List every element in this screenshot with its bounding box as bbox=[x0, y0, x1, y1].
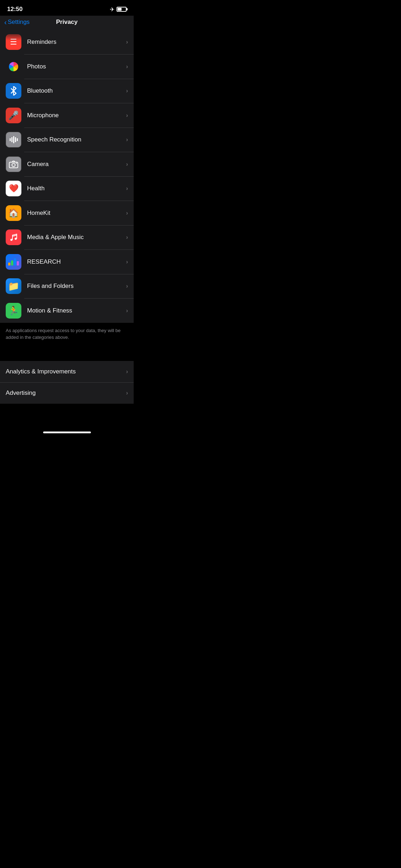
list-item-reminders[interactable]: ☰ Reminders › bbox=[0, 30, 134, 54]
privacy-list-section: ☰ Reminders › Photos › Bluetooth › 🎤 Mic… bbox=[0, 30, 134, 323]
music-note-icon bbox=[9, 233, 18, 242]
advertising-chevron-icon: › bbox=[126, 390, 128, 396]
status-bar: 12:50 ✈ bbox=[0, 0, 134, 16]
speech-label: Speech Recognition bbox=[27, 136, 126, 143]
bottom-spacer bbox=[0, 404, 134, 425]
list-item-bluetooth[interactable]: Bluetooth › bbox=[0, 79, 134, 103]
files-icon: 📁 bbox=[6, 278, 21, 294]
list-item-homekit[interactable]: 🏠 HomeKit › bbox=[0, 201, 134, 225]
battery-icon bbox=[117, 7, 127, 12]
analytics-label: Analytics & Improvements bbox=[6, 368, 126, 375]
files-chevron-icon: › bbox=[126, 283, 128, 289]
analytics-chevron-icon: › bbox=[126, 368, 128, 375]
research-chevron-icon: › bbox=[126, 259, 128, 265]
music-label: Media & Apple Music bbox=[27, 234, 126, 241]
page-title: Privacy bbox=[56, 19, 78, 26]
list-item-research[interactable]: RESEARCH › bbox=[0, 250, 134, 274]
health-label: Health bbox=[27, 185, 126, 192]
speech-chevron-icon: › bbox=[126, 136, 128, 143]
folder-icon: 📁 bbox=[8, 281, 19, 292]
photos-gradient bbox=[9, 62, 18, 71]
list-item-files[interactable]: 📁 Files and Folders › bbox=[0, 274, 134, 298]
footer-note-text: As applications request access to your d… bbox=[6, 328, 120, 340]
section-gap bbox=[0, 348, 134, 361]
home-indicator bbox=[0, 429, 134, 436]
list-item-music[interactable]: Media & Apple Music › bbox=[0, 225, 134, 249]
list-item-speech[interactable]: Speech Recognition › bbox=[0, 128, 134, 152]
back-button[interactable]: ‹ Settings bbox=[4, 18, 30, 26]
reminders-icon: ☰ bbox=[6, 34, 21, 50]
photos-chevron-icon: › bbox=[126, 63, 128, 70]
camera-symbol-icon bbox=[9, 160, 18, 168]
back-chevron-icon: ‹ bbox=[4, 18, 7, 26]
bluetooth-chevron-icon: › bbox=[126, 88, 128, 94]
back-label: Settings bbox=[8, 19, 30, 26]
bluetooth-label: Bluetooth bbox=[27, 87, 126, 94]
homekit-chevron-icon: › bbox=[126, 210, 128, 216]
bluetooth-icon bbox=[6, 83, 21, 99]
bluetooth-symbol-icon bbox=[10, 86, 17, 95]
files-label: Files and Folders bbox=[27, 283, 126, 290]
nav-bar: ‹ Settings Privacy bbox=[0, 16, 134, 30]
photos-icon bbox=[6, 59, 21, 74]
list-item-analytics[interactable]: Analytics & Improvements › bbox=[0, 361, 134, 382]
status-time: 12:50 bbox=[7, 6, 22, 13]
photos-label: Photos bbox=[27, 63, 126, 70]
privacy-section2: Analytics & Improvements › Advertising › bbox=[0, 361, 134, 404]
fitness-label: Motion & Fitness bbox=[27, 307, 126, 314]
camera-icon bbox=[6, 156, 21, 172]
advertising-label: Advertising bbox=[6, 389, 126, 397]
svg-point-2 bbox=[16, 162, 17, 164]
svg-point-1 bbox=[12, 163, 15, 166]
camera-chevron-icon: › bbox=[126, 161, 128, 167]
list-item-microphone[interactable]: 🎤 Microphone › bbox=[0, 103, 134, 128]
reminders-chevron-icon: › bbox=[126, 39, 128, 45]
list-item-photos[interactable]: Photos › bbox=[0, 55, 134, 79]
fitness-icon: 🏃 bbox=[6, 303, 21, 319]
microphone-label: Microphone bbox=[27, 112, 126, 119]
battery-fill bbox=[118, 8, 122, 11]
camera-label: Camera bbox=[27, 161, 126, 168]
music-icon bbox=[6, 229, 21, 245]
research-label: RESEARCH bbox=[27, 258, 126, 265]
homekit-icon: 🏠 bbox=[6, 205, 21, 221]
reminders-label: Reminders bbox=[27, 38, 126, 46]
homekit-label: HomeKit bbox=[27, 210, 126, 217]
research-bars-icon bbox=[7, 257, 20, 267]
home-bar bbox=[43, 432, 91, 433]
research-icon bbox=[6, 254, 21, 270]
fitness-chevron-icon: › bbox=[126, 308, 128, 314]
list-item-advertising[interactable]: Advertising › bbox=[0, 382, 134, 404]
waveform-icon bbox=[10, 136, 18, 143]
health-icon: ❤️ bbox=[6, 181, 21, 196]
list-item-camera[interactable]: Camera › bbox=[0, 152, 134, 176]
microphone-chevron-icon: › bbox=[126, 112, 128, 119]
list-item-health[interactable]: ❤️ Health › bbox=[0, 176, 134, 201]
footer-note: As applications request access to your d… bbox=[0, 323, 134, 348]
health-chevron-icon: › bbox=[126, 185, 128, 192]
airplane-icon: ✈ bbox=[110, 6, 114, 13]
health-heart-icon: ❤️ bbox=[9, 184, 19, 193]
list-item-fitness[interactable]: 🏃 Motion & Fitness › bbox=[0, 299, 134, 323]
microphone-icon: 🎤 bbox=[6, 108, 21, 123]
speech-icon bbox=[6, 132, 21, 148]
status-icons: ✈ bbox=[110, 6, 127, 13]
music-chevron-icon: › bbox=[126, 234, 128, 241]
